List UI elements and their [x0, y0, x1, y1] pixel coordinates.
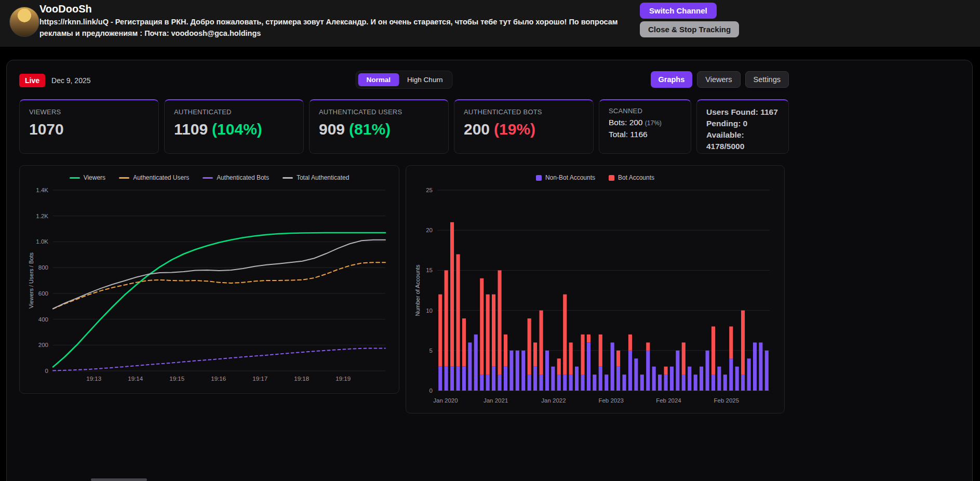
panel-toolbar: Live Dec 9, 2025 Normal High Churn Graph… — [19, 72, 789, 89]
svg-text:200: 200 — [38, 342, 48, 348]
svg-text:400: 400 — [38, 316, 48, 323]
scanned-total: Total: 1166 — [609, 128, 681, 140]
bar-chart-legend: Non-Bot AccountsBot Accounts — [413, 171, 777, 184]
stat-card-authenticated-bots: AUTHENTICATED BOTS 200(19%) — [454, 99, 594, 154]
stat-card-scanned: SCANNED Bots: 200 (17%) Total: 1166 — [599, 99, 691, 154]
tab-viewers[interactable]: Viewers — [697, 71, 740, 88]
svg-text:Feb 2023: Feb 2023 — [598, 397, 624, 404]
horizontal-scrollbar[interactable] — [91, 478, 147, 481]
view-tabs: Graphs Viewers Settings — [651, 71, 789, 88]
mode-high-churn-option[interactable]: High Churn — [400, 73, 450, 86]
channel-header: VooDooSh https://rknn.link/uQ - Регистра… — [0, 0, 980, 47]
svg-text:1.4K: 1.4K — [36, 187, 48, 193]
stat-value: 1070 — [29, 121, 149, 138]
svg-text:19:14: 19:14 — [128, 376, 143, 382]
bar-chart-card: Non-Bot AccountsBot Accounts 0510152025J… — [406, 165, 785, 413]
svg-text:19:15: 19:15 — [169, 376, 184, 382]
legend-item-authenticated-bots: Authenticated Bots — [203, 174, 269, 181]
stat-value: 1109 — [174, 121, 208, 138]
bar-chart: 0510152025Jan 2020Jan 2021Jan 2022Feb 20… — [413, 184, 776, 406]
legend-item-non-bot-accounts: Non-Bot Accounts — [536, 174, 595, 181]
stat-card-capacity: Users Found: 1167 Pending: 0 Available: … — [696, 99, 789, 154]
legend-swatch — [609, 175, 614, 181]
mode-normal-option[interactable]: Normal — [358, 73, 399, 86]
stat-card-authenticated-users: AUTHENTICATED USERS 909(81%) — [309, 99, 449, 154]
legend-item-viewers: Viewers — [70, 174, 105, 181]
stat-label: SCANNED — [609, 107, 681, 115]
date-label: Dec 9, 2025 — [51, 76, 91, 85]
channel-avatar — [9, 7, 39, 37]
tracking-panel: Live Dec 9, 2025 Normal High Churn Graph… — [6, 60, 973, 481]
svg-text:Jan 2021: Jan 2021 — [484, 397, 508, 404]
pending: Pending: 0 — [706, 118, 779, 129]
stat-value: 909 — [319, 121, 345, 138]
stat-label: AUTHENTICATED — [174, 108, 294, 116]
svg-text:10: 10 — [426, 308, 433, 314]
legend-swatch — [70, 177, 80, 179]
svg-text:19:19: 19:19 — [335, 376, 351, 382]
svg-text:0: 0 — [45, 368, 48, 374]
stat-label: AUTHENTICATED BOTS — [464, 108, 584, 116]
line-chart-legend: ViewersAuthenticated UsersAuthenticated … — [27, 171, 392, 184]
svg-text:19:17: 19:17 — [252, 376, 267, 382]
svg-text:20: 20 — [426, 227, 433, 233]
tab-settings[interactable]: Settings — [745, 71, 789, 88]
svg-text:600: 600 — [38, 290, 48, 297]
legend-swatch — [119, 177, 129, 179]
legend-item-authenticated-users: Authenticated Users — [119, 174, 189, 181]
legend-swatch — [536, 175, 542, 181]
svg-text:19:13: 19:13 — [86, 376, 101, 382]
stat-card-viewers: VIEWERS 1070 — [19, 99, 159, 154]
legend-swatch — [283, 177, 293, 179]
legend-item-bot-accounts: Bot Accounts — [609, 174, 654, 181]
svg-text:1.2K: 1.2K — [36, 213, 48, 219]
available-value: 4178/5000 — [706, 141, 779, 152]
svg-text:Jan 2020: Jan 2020 — [433, 397, 458, 404]
close-stop-tracking-button[interactable]: Close & Stop Tracking — [640, 21, 739, 37]
scanned-bots-percent: (17%) — [645, 119, 662, 127]
switch-channel-button[interactable]: Switch Channel — [640, 3, 717, 19]
svg-text:Feb 2024: Feb 2024 — [656, 397, 681, 404]
svg-text:1.0K: 1.0K — [36, 238, 48, 245]
channel-info: VooDooSh https://rknn.link/uQ - Регистра… — [39, 3, 629, 39]
legend-item-total-authenticated: Total Authenticated — [283, 174, 349, 181]
stat-label: AUTHENTICATED USERS — [319, 108, 439, 116]
stat-card-authenticated: AUTHENTICATED 1109(104%) — [164, 99, 304, 154]
channel-description: https://rknn.link/uQ - Регистрация в РКН… — [39, 17, 629, 39]
svg-text:Number of Accounts: Number of Accounts — [414, 264, 421, 316]
svg-text:25: 25 — [426, 187, 433, 193]
available-label: Available: — [706, 129, 779, 141]
channel-name: VooDooSh — [39, 3, 629, 15]
line-chart: 02004006008001.0K1.2K1.4K19:1319:1419:15… — [27, 184, 391, 384]
svg-text:Jan 2022: Jan 2022 — [541, 397, 566, 404]
stat-value: 200 — [464, 121, 490, 138]
svg-text:19:18: 19:18 — [294, 376, 309, 382]
svg-text:19:16: 19:16 — [211, 376, 226, 382]
scanned-bots: Bots: 200 — [609, 118, 643, 127]
mode-toggle: Normal High Churn — [356, 71, 453, 89]
svg-text:800: 800 — [38, 264, 48, 271]
legend-swatch — [203, 177, 213, 179]
svg-text:15: 15 — [426, 267, 433, 273]
stat-percent: (19%) — [494, 121, 535, 138]
users-found: Users Found: 1167 — [706, 106, 779, 118]
stat-label: VIEWERS — [29, 108, 149, 116]
stats-row: VIEWERS 1070 AUTHENTICATED 1109(104%) AU… — [19, 99, 789, 154]
tab-graphs[interactable]: Graphs — [651, 71, 693, 88]
charts-row: ViewersAuthenticated UsersAuthenticated … — [19, 165, 972, 413]
line-chart-card: ViewersAuthenticated UsersAuthenticated … — [19, 165, 399, 394]
svg-text:0: 0 — [429, 388, 433, 394]
live-badge: Live — [19, 74, 45, 87]
stat-percent: (81%) — [349, 121, 391, 138]
stat-percent: (104%) — [212, 121, 262, 138]
svg-text:5: 5 — [429, 348, 433, 354]
svg-text:Feb 2025: Feb 2025 — [714, 397, 739, 404]
svg-text:Viewers / Users / Bots: Viewers / Users / Bots — [28, 252, 34, 309]
header-buttons: Switch Channel Close & Stop Tracking — [640, 3, 739, 37]
